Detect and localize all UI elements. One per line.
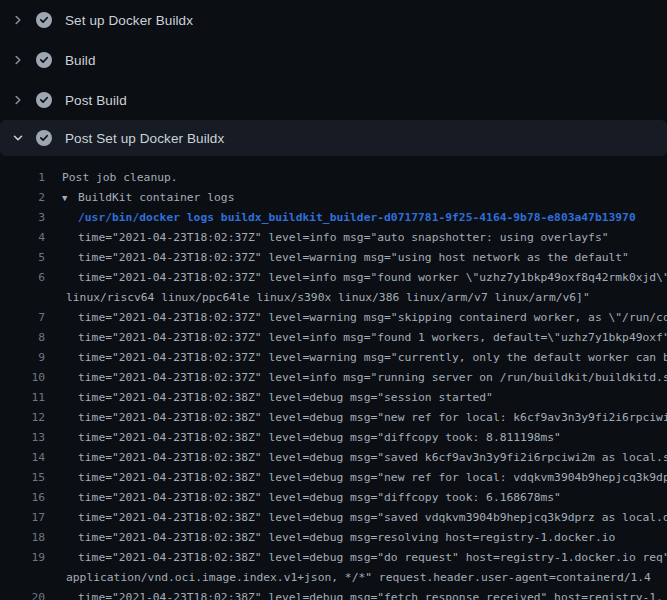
line-number[interactable]: 4 bbox=[0, 228, 45, 248]
log-line: 5time="2021-04-23T18:02:37Z" level=warni… bbox=[0, 248, 667, 268]
line-number[interactable]: 8 bbox=[0, 328, 45, 348]
line-number[interactable]: 11 bbox=[0, 388, 45, 408]
line-number[interactable]: 5 bbox=[0, 248, 45, 268]
log-command-text: /usr/bin/docker logs buildx_buildkit_bui… bbox=[78, 208, 636, 228]
step-row-build[interactable]: Build bbox=[0, 40, 667, 80]
log-line: 6time="2021-04-23T18:02:37Z" level=info … bbox=[0, 268, 667, 288]
step-label: Post Set up Docker Buildx bbox=[65, 131, 224, 146]
chevron-right-icon[interactable] bbox=[12, 94, 24, 106]
log-line: 1Post job cleanup. bbox=[0, 168, 667, 188]
line-number bbox=[0, 288, 45, 308]
line-number[interactable]: 6 bbox=[0, 268, 45, 288]
log-text: time="2021-04-23T18:02:38Z" level=debug … bbox=[78, 448, 667, 468]
log-text: time="2021-04-23T18:02:38Z" level=debug … bbox=[78, 428, 561, 448]
log-line: 18time="2021-04-23T18:02:38Z" level=debu… bbox=[0, 528, 667, 548]
step-label: Build bbox=[65, 53, 96, 68]
line-number[interactable]: 13 bbox=[0, 428, 45, 448]
log-line: 19time="2021-04-23T18:02:38Z" level=debu… bbox=[0, 548, 667, 568]
check-circle-icon bbox=[36, 92, 52, 108]
log-line: linux/riscv64 linux/ppc64le linux/s390x … bbox=[0, 288, 667, 308]
log-line: 20time="2021-04-23T18:02:38Z" level=debu… bbox=[0, 588, 667, 600]
log-text: time="2021-04-23T18:02:37Z" level=warnin… bbox=[78, 348, 667, 368]
check-circle-icon bbox=[36, 130, 52, 146]
step-row-post-build[interactable]: Post Build bbox=[0, 80, 667, 120]
log-line: 17time="2021-04-23T18:02:38Z" level=debu… bbox=[0, 508, 667, 528]
log-text: time="2021-04-23T18:02:37Z" level=info m… bbox=[78, 228, 609, 248]
log-text: time="2021-04-23T18:02:38Z" level=debug … bbox=[78, 508, 667, 528]
log-group-title: BuildKit container logs bbox=[78, 191, 234, 204]
log-text: time="2021-04-23T18:02:37Z" level=info m… bbox=[78, 368, 667, 388]
log-text: Post job cleanup. bbox=[62, 168, 178, 188]
check-circle-icon bbox=[36, 52, 52, 68]
line-number[interactable]: 2 bbox=[0, 188, 45, 208]
log-text: time="2021-04-23T18:02:37Z" level=warnin… bbox=[78, 248, 629, 268]
log-pane: 1Post job cleanup.2▼BuildKit container l… bbox=[0, 156, 667, 600]
line-number[interactable]: 9 bbox=[0, 348, 45, 368]
log-line: 11time="2021-04-23T18:02:38Z" level=debu… bbox=[0, 388, 667, 408]
line-number[interactable]: 14 bbox=[0, 448, 45, 468]
step-row-set-up-docker-buildx[interactable]: Set up Docker Buildx bbox=[0, 0, 667, 40]
log-group-header[interactable]: ▼BuildKit container logs bbox=[62, 188, 234, 208]
line-number[interactable]: 12 bbox=[0, 408, 45, 428]
log-line: 7time="2021-04-23T18:02:37Z" level=warni… bbox=[0, 308, 667, 328]
line-number bbox=[0, 568, 45, 588]
log-text: time="2021-04-23T18:02:37Z" level=info m… bbox=[78, 328, 667, 348]
log-text: time="2021-04-23T18:02:38Z" level=debug … bbox=[78, 468, 667, 488]
log-line: 16time="2021-04-23T18:02:38Z" level=debu… bbox=[0, 488, 667, 508]
line-number[interactable]: 7 bbox=[0, 308, 45, 328]
log-line: 2▼BuildKit container logs bbox=[0, 188, 667, 208]
log-line: 10time="2021-04-23T18:02:37Z" level=info… bbox=[0, 368, 667, 388]
log-line: 8time="2021-04-23T18:02:37Z" level=info … bbox=[0, 328, 667, 348]
line-number[interactable]: 1 bbox=[0, 168, 45, 188]
chevron-right-icon[interactable] bbox=[12, 54, 24, 66]
chevron-right-icon[interactable] bbox=[12, 14, 24, 26]
step-row-post-set-up-docker-buildx[interactable]: Post Set up Docker Buildx bbox=[0, 120, 667, 156]
line-number[interactable]: 3 bbox=[0, 208, 45, 228]
line-number[interactable]: 16 bbox=[0, 488, 45, 508]
log-text: time="2021-04-23T18:02:38Z" level=debug … bbox=[78, 488, 561, 508]
log-text: time="2021-04-23T18:02:38Z" level=debug … bbox=[78, 388, 493, 408]
log-line: 3/usr/bin/docker logs buildx_buildkit_bu… bbox=[0, 208, 667, 228]
step-label: Set up Docker Buildx bbox=[65, 13, 193, 28]
chevron-down-icon[interactable] bbox=[12, 132, 24, 144]
log-text: application/vnd.oci.image.index.v1+json,… bbox=[66, 568, 651, 588]
log-text: time="2021-04-23T18:02:37Z" level=warnin… bbox=[78, 308, 667, 328]
log-text: time="2021-04-23T18:02:38Z" level=debug … bbox=[78, 408, 667, 428]
check-circle-icon bbox=[36, 12, 52, 28]
log-text: time="2021-04-23T18:02:37Z" level=info m… bbox=[78, 268, 667, 288]
log-line: 4time="2021-04-23T18:02:37Z" level=info … bbox=[0, 228, 667, 248]
log-line: application/vnd.oci.image.index.v1+json,… bbox=[0, 568, 667, 588]
disclosure-triangle-icon[interactable]: ▼ bbox=[62, 188, 78, 208]
log-line: 12time="2021-04-23T18:02:38Z" level=debu… bbox=[0, 408, 667, 428]
log-line: 9time="2021-04-23T18:02:37Z" level=warni… bbox=[0, 348, 667, 368]
log-text: time="2021-04-23T18:02:38Z" level=debug … bbox=[78, 548, 667, 568]
step-label: Post Build bbox=[65, 93, 127, 108]
log-line: 13time="2021-04-23T18:02:38Z" level=debu… bbox=[0, 428, 667, 448]
line-number[interactable]: 17 bbox=[0, 508, 45, 528]
line-number[interactable]: 10 bbox=[0, 368, 45, 388]
log-line: 14time="2021-04-23T18:02:38Z" level=debu… bbox=[0, 448, 667, 468]
line-number[interactable]: 19 bbox=[0, 548, 45, 568]
log-text: time="2021-04-23T18:02:38Z" level=debug … bbox=[78, 588, 663, 600]
line-number[interactable]: 15 bbox=[0, 468, 45, 488]
log-text: time="2021-04-23T18:02:38Z" level=debug … bbox=[78, 528, 615, 548]
log-text: linux/riscv64 linux/ppc64le linux/s390x … bbox=[66, 288, 590, 308]
line-number[interactable]: 18 bbox=[0, 528, 45, 548]
log-line: 15time="2021-04-23T18:02:38Z" level=debu… bbox=[0, 468, 667, 488]
line-number[interactable]: 20 bbox=[0, 588, 45, 600]
actions-log-viewer: Set up Docker BuildxBuildPost BuildPost … bbox=[0, 0, 667, 600]
